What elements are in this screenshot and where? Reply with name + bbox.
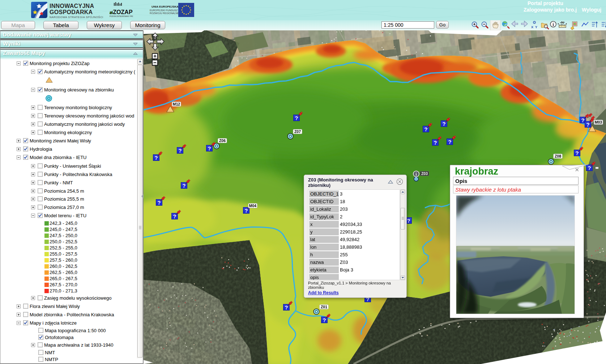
svg-text:N: N: [154, 36, 157, 40]
svg-text:?: ?: [563, 21, 565, 25]
svg-text:M03: M03: [595, 120, 602, 124]
svg-text:Z01: Z01: [321, 305, 327, 309]
svg-text:Z07: Z07: [294, 129, 301, 134]
svg-text:X: X: [531, 25, 533, 29]
svg-text:Y: Y: [535, 25, 537, 29]
svg-text:ziZOZAP: ziZOZAP: [110, 9, 133, 15]
svg-text:M12: M12: [173, 102, 180, 106]
svg-text:Z03: Z03: [421, 171, 428, 176]
svg-text:POZIOM ZINTEGROWANY PROJEKT: POZIOM ZINTEGROWANY PROJEKT: [110, 16, 133, 17]
svg-text:i: i: [552, 22, 554, 27]
svg-text:Z08: Z08: [555, 154, 561, 158]
svg-text:M04: M04: [249, 204, 257, 208]
svg-text:Z06: Z06: [219, 138, 226, 143]
